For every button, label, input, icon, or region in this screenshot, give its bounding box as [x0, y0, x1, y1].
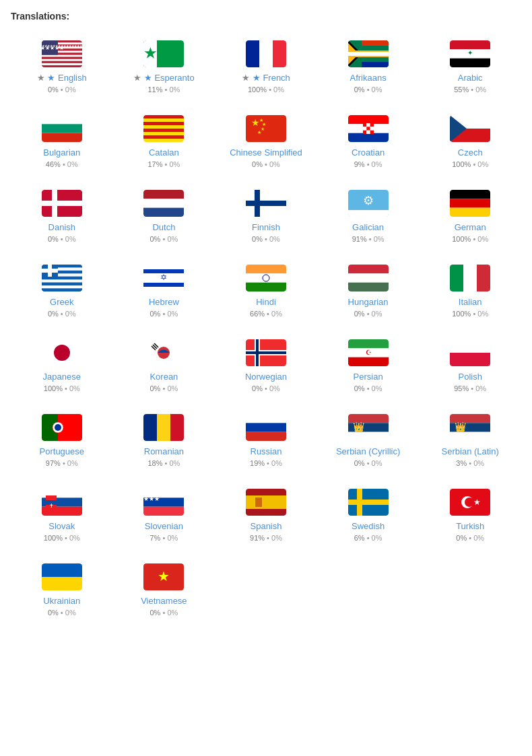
lang-item-spanish[interactable]: Spanish91% • 0% — [215, 481, 317, 550]
svg-rect-42 — [143, 135, 184, 139]
svg-rect-105 — [463, 265, 477, 291]
svg-text:✡: ✡ — [160, 273, 167, 282]
lang-name-afrikaans: Afrikaans — [350, 73, 386, 83]
lang-name-italian: Italian — [459, 297, 482, 307]
lang-name-chinese-simplified: Chinese Simplified — [230, 147, 302, 158]
svg-text:✦: ✦ — [467, 49, 473, 57]
lang-item-polish[interactable]: Polish95% • 0% — [419, 331, 521, 401]
flag-afrikaans — [348, 40, 389, 67]
lang-item-dutch[interactable]: Dutch0% • 0% — [113, 182, 215, 251]
lang-item-turkish[interactable]: ★ Turkish0% • 0% — [419, 481, 521, 550]
lang-stats-turkish: 0% • 0% — [456, 534, 484, 542]
svg-rect-89 — [42, 289, 82, 291]
lang-item-german[interactable]: German100% • 0% — [419, 182, 521, 251]
lang-item-esperanto[interactable]: ★ ★ Esperanto11% • 0% — [113, 32, 215, 102]
svg-text:★★★★★★★★★★★★★★★★★★★★★★★★★★★★★★: ★★★★★★★★★★★★★★★★★★★★★★★★★★★★★★★★★★★★★★★★… — [42, 44, 82, 48]
svg-rect-156 — [246, 495, 286, 509]
lang-stats-catalan: 17% • 0% — [147, 160, 180, 168]
flag-ukrainian — [42, 563, 82, 590]
lang-stats-russian: 19% • 0% — [250, 459, 282, 467]
flag-polish — [450, 339, 490, 366]
lang-item-korean[interactable]: Korean0% • 0% — [113, 331, 215, 401]
svg-rect-101 — [348, 265, 389, 273]
lang-stats-bulgarian: 46% • 0% — [46, 160, 78, 168]
flag-czech — [450, 115, 490, 142]
lang-item-finnish[interactable]: Finnish0% • 0% — [215, 182, 317, 251]
lang-item-norwegian[interactable]: Norwegian0% • 0% — [215, 331, 317, 401]
flag-catalan — [143, 115, 184, 142]
lang-name-vietnamese: Vietnamese — [141, 596, 187, 606]
lang-item-afrikaans[interactable]: Afrikaans0% • 0% — [317, 32, 420, 102]
lang-name-czech: Czech — [458, 147, 483, 158]
lang-item-hungarian[interactable]: Hungarian0% • 0% — [317, 256, 420, 326]
lang-item-serbian-cyrillic[interactable]: 👑 Serbian (Cyrillic)0% • 0% — [317, 406, 420, 475]
lang-item-romanian[interactable]: Romanian18% • 0% — [113, 406, 215, 475]
svg-rect-41 — [143, 129, 184, 132]
lang-name-japanese: Japanese — [43, 372, 81, 382]
lang-item-vietnamese[interactable]: ★ Vietnamese0% • 0% — [113, 555, 215, 625]
lang-item-japanese[interactable]: Japanese100% • 0% — [11, 331, 113, 401]
page-title: Translations: — [11, 11, 521, 22]
svg-rect-132 — [246, 414, 286, 423]
flag-hungarian — [348, 265, 389, 291]
svg-text:★: ★ — [144, 46, 157, 61]
lang-item-galician[interactable]: ⚙ Galician91% • 0% — [317, 182, 420, 251]
lang-stats-french: 100% • 0% — [248, 85, 284, 94]
svg-rect-77 — [450, 190, 490, 199]
lang-item-chinese-simplified[interactable]: ★ ★ ★ ★ ★ Chinese Simplified0% • 0% — [215, 107, 317, 176]
svg-rect-121 — [348, 357, 389, 366]
svg-text:⚙: ⚙ — [363, 194, 374, 207]
lang-item-slovenian[interactable]: ★★★ Slovenian7% • 0% — [113, 481, 215, 550]
flag-korean — [143, 339, 184, 366]
flag-turkish: ★ — [450, 489, 490, 516]
flag-hindi — [246, 265, 286, 291]
lang-item-hindi[interactable]: Hindi66% • 0% — [215, 256, 317, 326]
svg-rect-95 — [143, 283, 184, 287]
svg-text:★: ★ — [158, 569, 170, 584]
lang-item-croatian[interactable]: Croatian9% • 0% — [317, 107, 420, 176]
lang-item-persian[interactable]: ☪ Persian0% • 0% — [317, 331, 420, 401]
svg-rect-37 — [42, 133, 82, 142]
svg-rect-26 — [348, 52, 389, 56]
lang-item-russian[interactable]: Russian19% • 0% — [215, 406, 317, 475]
lang-item-serbian-latin[interactable]: 👑 Serbian (Latin)3% • 0% — [419, 406, 521, 475]
flag-japanese — [42, 339, 82, 366]
lang-item-portuguese[interactable]: Portuguese97% • 0% — [11, 406, 113, 475]
svg-rect-7 — [42, 55, 82, 57]
svg-rect-147 — [46, 495, 57, 500]
svg-rect-29 — [362, 40, 389, 46]
lang-stats-slovenian: 7% • 0% — [150, 534, 178, 542]
lang-item-greek[interactable]: Greek0% • 0% — [11, 256, 113, 326]
lang-item-bulgarian[interactable]: Bulgarian46% • 0% — [11, 107, 113, 176]
svg-rect-137 — [348, 432, 389, 441]
lang-name-polish: Polish — [458, 372, 481, 382]
lang-name-catalan: Catalan — [149, 147, 179, 158]
lang-stats-romanian: 18% • 0% — [147, 459, 180, 467]
lang-name-hungarian: Hungarian — [348, 297, 389, 307]
lang-item-arabic[interactable]: ✦ Arabic55% • 0% — [419, 32, 521, 102]
lang-item-slovak[interactable]: ✝ Slovak100% • 0% — [11, 481, 113, 550]
lang-item-catalan[interactable]: Catalan17% • 0% — [113, 107, 215, 176]
lang-stats-hebrew: 0% • 0% — [150, 310, 178, 318]
lang-item-danish[interactable]: Danish0% • 0% — [11, 182, 113, 251]
lang-item-english[interactable]: ★★★★★★ ★★★★★★★★★★★★★★★★★★★★★★★★★★★★★★★★★… — [11, 32, 113, 102]
flag-danish — [42, 190, 82, 217]
lang-item-hebrew[interactable]: ✡ Hebrew0% • 0% — [113, 256, 215, 326]
lang-name-bulgarian: Bulgarian — [43, 147, 80, 158]
svg-rect-141 — [450, 432, 490, 441]
lang-item-italian[interactable]: Italian100% • 0% — [419, 256, 521, 326]
svg-rect-55 — [370, 123, 373, 127]
lang-name-hindi: Hindi — [256, 297, 276, 307]
lang-stats-esperanto: 11% • 0% — [147, 85, 180, 94]
svg-rect-157 — [255, 497, 262, 507]
lang-item-swedish[interactable]: Swedish6% • 0% — [317, 481, 420, 550]
svg-rect-10 — [42, 61, 82, 63]
svg-rect-54 — [366, 123, 370, 127]
svg-rect-60 — [366, 131, 370, 134]
lang-item-french[interactable]: ★ French100% • 0% — [215, 32, 317, 102]
lang-name-galician: Galician — [352, 222, 384, 232]
svg-rect-58 — [370, 127, 373, 130]
lang-item-ukrainian[interactable]: Ukrainian0% • 0% — [11, 555, 113, 625]
flag-hebrew: ✡ — [143, 265, 184, 291]
lang-item-czech[interactable]: Czech100% • 0% — [419, 107, 521, 176]
